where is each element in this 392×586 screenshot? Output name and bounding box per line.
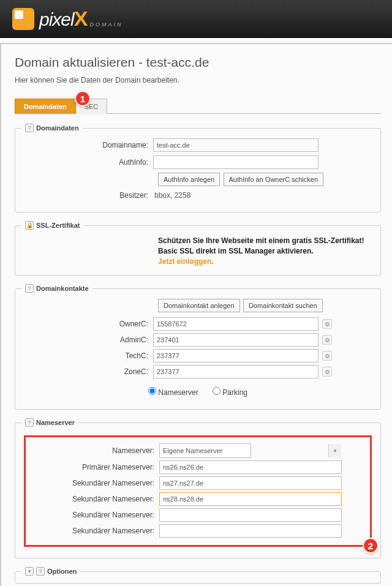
fieldset-nameserver: ? Nameserver Nameserver: Primärer Namese… — [15, 418, 381, 558]
gear-icon[interactable]: ⚙ — [322, 319, 332, 329]
input-authinfo[interactable] — [153, 156, 318, 169]
help-icon[interactable]: ? — [25, 284, 34, 293]
label-ownerc: OwnerC: — [21, 320, 153, 328]
label-adminc: AdminC: — [21, 336, 153, 344]
lock-icon: 🔒 — [25, 221, 34, 230]
page-subtitle: Hier können Sie die Daten der Domain bea… — [15, 76, 381, 85]
btn-kontakt-suchen[interactable]: Domainkontakt suchen — [243, 299, 323, 312]
label-ns-sec3: Sekundärer Nameserver: — [31, 511, 159, 519]
annotation-badge-1: 1 — [75, 91, 91, 107]
tab-bar: Domaindaten SEC 1 — [15, 98, 381, 114]
help-icon[interactable]: ? — [25, 418, 34, 427]
value-besitzer: bbox, 2258 — [153, 191, 190, 200]
label-domainname: Domainname: — [21, 141, 153, 149]
fieldset-kontakte: ? Domainkontakte Domainkontakt anlegen D… — [15, 284, 381, 410]
help-icon[interactable]: ? — [36, 567, 45, 576]
input-ns-primary[interactable] — [159, 460, 342, 474]
fieldset-ssl: 🔒 SSL-Zertifikat Schützen Sie Ihre Webse… — [15, 221, 381, 276]
brand-logo: pixelX DOMAIN — [12, 7, 123, 31]
legend-domaindaten: ? Domaindaten — [21, 124, 83, 132]
label-zonec: ZoneC: — [21, 367, 153, 376]
input-ns-sec3[interactable] — [159, 508, 342, 522]
label-ns-sec1: Sekundärer Nameserver: — [31, 479, 159, 487]
input-ownerc[interactable] — [153, 317, 318, 331]
select-ns-type-wrap[interactable] — [159, 443, 342, 458]
btn-authinfo-send[interactable]: AuthInfo an OwnerC schicken — [224, 173, 324, 186]
fieldset-domaindaten: ? Domaindaten Domainname: AuthInfo: Auth… — [15, 124, 381, 212]
help-icon[interactable]: ? — [25, 124, 34, 132]
logo-icon — [12, 8, 34, 30]
legend-ssl: 🔒 SSL-Zertifikat — [21, 221, 84, 230]
label-techc: TechC: — [21, 351, 153, 360]
input-ns-sec2[interactable] — [159, 492, 342, 506]
gear-icon[interactable]: ⚙ — [322, 367, 332, 377]
legend-nameserver: ? Nameserver — [21, 418, 78, 427]
label-ns-type: Nameserver: — [31, 446, 159, 455]
radio-parking[interactable]: Parking — [213, 388, 247, 397]
gear-icon[interactable]: ⚙ — [322, 351, 332, 361]
legend-optionen: ▾ ? Optionen — [21, 567, 80, 576]
btn-authinfo-anlegen[interactable]: AuthInfo anlegen — [158, 173, 220, 186]
select-ns-type[interactable] — [159, 443, 251, 458]
btn-kontakt-anlegen[interactable]: Domainkontakt anlegen — [158, 299, 240, 312]
radio-group-mode: Nameserver Parking — [21, 387, 374, 397]
tab-domaindaten[interactable]: Domaindaten — [15, 99, 76, 114]
brand-subtitle: DOMAIN — [89, 21, 123, 28]
ssl-message: Schützen Sie Ihre Webseite mit einem gra… — [158, 236, 374, 266]
brand-name: pixelX — [39, 7, 87, 31]
fieldset-optionen: ▾ ? Optionen — [15, 567, 381, 584]
main-content: Domain aktualisieren - test-acc.de Hier … — [0, 43, 392, 586]
app-header: pixelX DOMAIN — [0, 0, 392, 38]
annotation-badge-2: 2 — [363, 538, 379, 554]
input-techc[interactable] — [153, 349, 318, 362]
label-authinfo: AuthInfo: — [21, 158, 153, 167]
label-ns-primary: Primärer Nameserver: — [31, 463, 159, 471]
label-ns-sec2: Sekundärer Nameserver: — [31, 495, 159, 503]
radio-nameserver[interactable]: Nameserver — [148, 388, 198, 397]
legend-kontakte: ? Domainkontakte — [21, 284, 92, 293]
page-title: Domain aktualisieren - test-acc.de — [15, 55, 381, 70]
gear-icon[interactable]: ⚙ — [322, 335, 332, 345]
chevron-down-icon[interactable]: ▾ — [25, 567, 34, 576]
input-adminc[interactable] — [153, 333, 318, 347]
label-besitzer: Besitzer: — [21, 191, 153, 200]
nameserver-highlight-box: Nameserver: Primärer Nameserver: Sekundä… — [24, 435, 372, 547]
label-ns-sec4: Sekundärer Nameserver: — [31, 527, 159, 535]
input-ns-sec1[interactable] — [159, 476, 342, 490]
input-domainname[interactable] — [153, 138, 318, 152]
input-ns-sec4[interactable] — [159, 524, 342, 538]
input-zonec[interactable] — [153, 365, 318, 378]
ssl-login-link[interactable]: Jetzt einloggen — [158, 257, 211, 266]
